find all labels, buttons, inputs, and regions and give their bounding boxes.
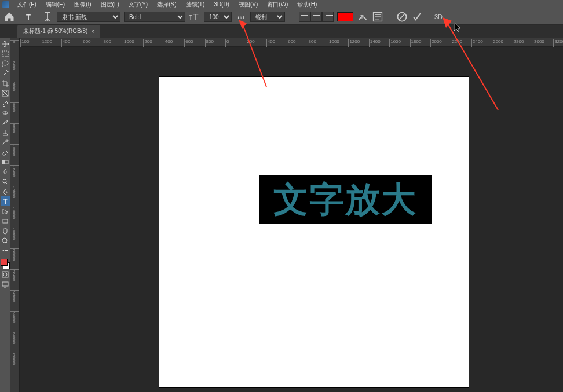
history-brush-tool[interactable] [1, 137, 10, 147]
svg-rect-21 [3, 219, 8, 223]
ruler-tick: 1000 [328, 39, 339, 47]
menu-help[interactable]: 帮助(H) [294, 1, 320, 9]
text-orientation-toggle[interactable] [42, 11, 53, 23]
path-selection-tool[interactable] [1, 206, 10, 216]
text-color-swatch[interactable] [337, 12, 353, 21]
svg-point-10 [2, 61, 8, 65]
font-style-select[interactable]: Bold [124, 12, 185, 22]
ruler-tick: 0 [225, 39, 229, 47]
frame-tool[interactable] [1, 88, 10, 98]
ruler-tick: 600 [82, 39, 90, 47]
ruler-tick: 1000 [123, 39, 134, 47]
cancel-icon[interactable] [396, 11, 408, 23]
svg-text:T: T [360, 14, 364, 20]
align-center-button[interactable] [310, 12, 322, 22]
menu-type[interactable]: 文字(Y) [125, 1, 151, 9]
canvas-area: 1001200400600800100020040060080002004006… [20, 38, 563, 392]
eraser-tool[interactable] [1, 147, 10, 157]
text-layer[interactable]: 文字放大 [259, 175, 432, 224]
ruler-tick: 3000 [533, 39, 544, 47]
align-right-button[interactable] [322, 12, 334, 22]
horizontal-ruler: 1001200400600800100020040060080002004006… [20, 38, 563, 47]
gradient-tool[interactable] [1, 157, 10, 167]
ruler-tick: 800 [308, 39, 316, 47]
menu-edit[interactable]: 编辑(E) [42, 1, 68, 9]
ruler-tick: 800 [103, 39, 111, 47]
tab-close-icon[interactable]: × [91, 28, 94, 35]
menu-layer[interactable]: 图层(L) [97, 1, 123, 9]
menu-file[interactable]: 文件(F) [14, 1, 40, 9]
blur-tool[interactable] [1, 167, 10, 177]
app-logo-icon [2, 1, 9, 8]
pen-tool[interactable] [1, 186, 10, 196]
menu-filter[interactable]: 滤镜(T) [182, 1, 209, 9]
lasso-tool[interactable] [1, 58, 10, 68]
brush-tool[interactable] [1, 118, 10, 127]
svg-text:T: T [193, 12, 199, 21]
svg-point-25 [3, 273, 7, 276]
document-tab[interactable]: 未标题-1 @ 50%(RGB/8) × [17, 25, 100, 38]
clone-stamp-tool[interactable] [1, 127, 10, 137]
ruler-tick: 2800 [12, 332, 16, 343]
font-size-icon: TT [189, 11, 200, 23]
screen-mode-toggle[interactable] [1, 279, 10, 289]
crop-tool[interactable] [1, 78, 10, 88]
ruler-tick: 1600 [389, 39, 401, 47]
ruler-tick: 800 [205, 39, 214, 47]
ruler-tick: 600 [287, 39, 295, 47]
menu-window[interactable]: 窗口(W) [264, 1, 291, 9]
svg-line-23 [6, 242, 8, 244]
quickmask-toggle[interactable] [1, 269, 10, 279]
zoom-tool[interactable] [1, 236, 10, 246]
menu-select[interactable]: 选择(S) [153, 1, 180, 9]
eyedropper-tool[interactable] [1, 98, 10, 108]
workspace: T ••• 0200400600800100012001400160018002… [0, 38, 563, 392]
ruler-tick: 1800 [12, 228, 16, 239]
ruler-tick: 2200 [12, 269, 16, 281]
align-left-button[interactable] [299, 12, 310, 22]
edit-toolbar-icon[interactable]: ••• [1, 246, 10, 255]
home-icon[interactable] [3, 11, 15, 23]
dodge-tool[interactable] [1, 177, 10, 186]
menu-image[interactable]: 图像(I) [71, 1, 94, 9]
rectangle-tool[interactable] [1, 216, 10, 226]
svg-line-20 [6, 182, 8, 185]
type-tool[interactable]: T [1, 196, 10, 206]
svg-point-22 [2, 238, 7, 243]
move-tool[interactable] [1, 39, 10, 49]
separator [38, 10, 38, 23]
commit-checkmark-icon[interactable] [411, 11, 423, 23]
svg-line-8 [399, 14, 405, 20]
ruler-tick: 600 [12, 102, 16, 111]
menu-bar: 文件(F) 编辑(E) 图像(I) 图层(L) 文字(Y) 选择(S) 滤镜(T… [0, 0, 563, 9]
foreground-color-swatch[interactable] [1, 259, 8, 266]
options-bar: T 隶书 新魏 Bold TT 100 点 aa 锐利 T [0, 9, 563, 25]
canvas[interactable]: 文字放大 [159, 77, 469, 387]
ruler-tick: 1000 [12, 144, 16, 156]
ruler-tick: 1400 [12, 186, 16, 197]
color-swatches[interactable] [1, 259, 10, 269]
document-tab-bar: 未标题-1 @ 50%(RGB/8) × [0, 25, 563, 38]
hand-tool[interactable] [1, 226, 10, 236]
3d-button[interactable]: 3D [434, 13, 443, 20]
marquee-tool[interactable] [1, 49, 10, 58]
ruler-tick: 400 [266, 39, 275, 47]
ruler-tick: 1200 [12, 165, 16, 177]
font-size-select[interactable]: 100 点 [204, 12, 232, 22]
ruler-tick: 3200 [553, 39, 563, 47]
menu-3d[interactable]: 3D(D) [210, 1, 233, 8]
character-panel-icon[interactable] [372, 11, 383, 23]
canvas-viewport[interactable]: 文字放大 [20, 47, 563, 392]
ruler-tick: 1600 [12, 207, 16, 218]
antialias-select[interactable]: 锐利 [250, 12, 285, 22]
antialias-label: aa [235, 11, 247, 23]
menu-view[interactable]: 视图(V) [235, 1, 261, 9]
ruler-tick: 2200 [451, 39, 462, 47]
healing-brush-tool[interactable] [1, 108, 10, 118]
warp-text-icon[interactable]: T [357, 11, 368, 23]
ruler-tick: 800 [12, 123, 16, 132]
ruler-tick: 1800 [410, 39, 422, 47]
font-family-select[interactable]: 隶书 新魏 [57, 12, 120, 22]
text-layer-content: 文字放大 [273, 177, 417, 224]
magic-wand-tool[interactable] [1, 68, 10, 78]
